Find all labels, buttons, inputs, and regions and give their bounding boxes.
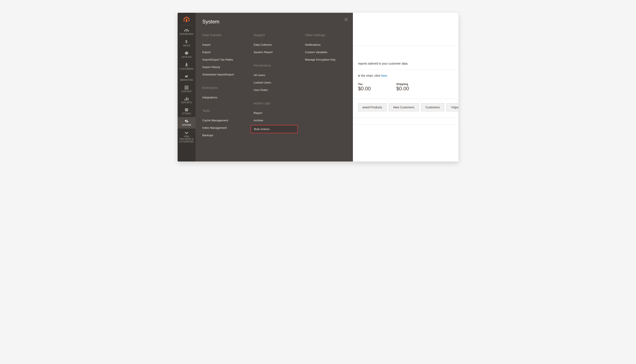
mega-link-report[interactable]: Report	[253, 109, 294, 117]
mega-group-data-transfer: Data Transfer Import Export Import/Expor…	[202, 33, 243, 78]
gauge-icon	[184, 29, 189, 32]
sidebar-item-label: CONTENT	[181, 90, 192, 93]
chart-text-suffix: .	[387, 74, 388, 77]
sidebar-item-partners[interactable]: FIND PARTNERS & EXTENSIONS	[178, 128, 195, 145]
tab-viewed-products[interactable]: ewed Products	[358, 103, 387, 111]
chart-text-prefix: le the chart, click	[358, 74, 381, 77]
sidebar-item-system[interactable]: SYSTEM	[178, 117, 195, 128]
mega-link-import-history[interactable]: Import History	[202, 63, 243, 71]
mega-link-data-collector[interactable]: Data Collector	[253, 41, 294, 48]
mega-column: Data Transfer Import Export Import/Expor…	[202, 33, 243, 146]
divider	[353, 118, 458, 118]
mega-column: Support Data Collector System Report Per…	[253, 33, 294, 146]
mega-link-locked-users[interactable]: Locked Users	[253, 79, 294, 86]
spacer	[358, 50, 458, 58]
logo[interactable]	[178, 13, 195, 25]
mega-panel-title: System	[202, 19, 346, 25]
sidebar-item-marketing[interactable]: MARKETING	[178, 72, 195, 84]
divider	[353, 46, 458, 46]
mega-link-scheduled-import-export[interactable]: Scheduled Import/Export	[202, 71, 243, 78]
close-button[interactable]	[344, 18, 348, 22]
partners-icon	[184, 131, 189, 134]
mega-link-export[interactable]: Export	[202, 48, 243, 56]
metric-shipping: Shipping $0.00	[396, 82, 409, 92]
admin-sidebar: DASHBOARD $ SALES CATALOG CUSTOMERS MARK…	[178, 13, 195, 162]
mega-link-manage-encryption-key[interactable]: Manage Encryption Key	[305, 56, 346, 63]
sidebar-item-stores[interactable]: STORES	[178, 106, 195, 117]
tab-customers[interactable]: Customers	[421, 103, 444, 111]
storefront-icon	[184, 108, 189, 112]
sidebar-item-customers[interactable]: CUSTOMERS	[178, 60, 195, 72]
spacer	[358, 18, 458, 41]
sidebar-item-reports[interactable]: REPORTS	[178, 95, 195, 106]
gear-icon	[185, 119, 188, 123]
svg-rect-6	[185, 86, 188, 87]
mega-group-heading: Data Transfer	[202, 33, 243, 37]
system-mega-panel: System Data Transfer Import Export Impor…	[195, 13, 353, 162]
mega-link-archive[interactable]: Archive	[253, 117, 294, 124]
mega-link-integrations[interactable]: Integrations	[202, 94, 243, 101]
mega-group-permissions: Permissions All Users Locked Users User …	[253, 64, 294, 94]
app-container: DASHBOARD $ SALES CATALOG CUSTOMERS MARK…	[178, 13, 458, 162]
svg-rect-8	[187, 87, 188, 88]
mega-group-heading: Tools	[202, 109, 243, 112]
mega-link-all-users[interactable]: All Users	[253, 72, 294, 79]
sidebar-item-sales[interactable]: $ SALES	[178, 38, 195, 49]
metric-value: $0.00	[396, 86, 409, 92]
svg-rect-11	[188, 98, 188, 100]
sidebar-item-content[interactable]: CONTENT	[178, 84, 195, 95]
svg-rect-5	[185, 86, 188, 89]
mega-link-custom-variables[interactable]: Custom Variables	[305, 48, 346, 56]
divider	[353, 99, 458, 99]
mega-column: Other Settings Notifications Custom Vari…	[305, 33, 346, 146]
sidebar-item-label: STORES	[182, 112, 191, 115]
svg-rect-9	[185, 99, 185, 100]
tab-new-customers[interactable]: New Customers	[389, 103, 419, 111]
mega-group-other-settings: Other Settings Notifications Custom Vari…	[305, 33, 346, 63]
mega-group-action-logs: Action Logs Report Archive Bulk Actions	[253, 101, 294, 133]
svg-rect-7	[185, 87, 187, 88]
svg-rect-10	[186, 97, 187, 100]
sidebar-item-label: CATALOG	[181, 56, 192, 58]
logo-divider	[181, 25, 192, 25]
mega-link-import-export-tax-rates[interactable]: Import/Export Tax Rates	[202, 56, 243, 63]
layout-icon	[185, 86, 188, 90]
sidebar-item-label: CUSTOMERS	[180, 68, 194, 70]
tab-yotpo-reviews[interactable]: Yotpo Reviews	[447, 103, 458, 111]
svg-text:$: $	[185, 40, 187, 44]
mega-link-backups[interactable]: Backups	[202, 132, 243, 139]
sidebar-item-label: SALES	[183, 44, 190, 47]
mega-group-support: Support Data Collector System Report	[253, 33, 294, 56]
mega-group-heading: Support	[253, 33, 294, 37]
mega-link-notifications[interactable]: Notifications	[305, 41, 346, 48]
mega-link-bulk-actions[interactable]: Bulk Actions	[250, 125, 297, 133]
sidebar-item-label: DASHBOARD	[180, 33, 194, 36]
sidebar-item-label: REPORTS	[181, 101, 192, 104]
metric-label: Shipping	[396, 82, 409, 86]
metric-tax: Tax $0.00	[358, 82, 371, 92]
mega-link-index-management[interactable]: Index Management	[202, 124, 243, 132]
mega-link-user-roles[interactable]: User Roles	[253, 86, 294, 94]
mega-group-tools: Tools Cache Management Index Management …	[202, 109, 243, 139]
sidebar-item-label: SYSTEM	[182, 124, 191, 126]
tabs-row: ewed Products New Customers Customers Yo…	[358, 103, 458, 111]
mega-group-extensions: Extensions Integrations	[202, 86, 243, 101]
dashboard-content: reports tailored to your customer data. …	[353, 13, 458, 162]
mega-link-system-report[interactable]: System Report	[253, 48, 294, 56]
metrics-row: Tax $0.00 Shipping $0.00	[358, 82, 458, 92]
sidebar-item-label: FIND PARTNERS & EXTENSIONS	[178, 135, 195, 143]
mega-link-cache-management[interactable]: Cache Management	[202, 117, 243, 124]
svg-rect-12	[185, 110, 188, 111]
sidebar-item-dashboard[interactable]: DASHBOARD	[178, 27, 195, 38]
metric-label: Tax	[358, 82, 371, 86]
close-icon	[344, 18, 348, 21]
mega-group-heading: Extensions	[202, 86, 243, 90]
mega-link-import[interactable]: Import	[202, 41, 243, 48]
mega-group-heading: Other Settings	[305, 33, 346, 37]
mega-group-heading: Action Logs	[253, 101, 294, 105]
sidebar-item-label: MARKETING	[180, 79, 193, 82]
bar-chart-icon	[185, 97, 188, 100]
dollar-icon: $	[185, 40, 188, 44]
sidebar-item-catalog[interactable]: CATALOG	[178, 49, 195, 60]
chart-enable-link[interactable]: here	[381, 74, 387, 77]
